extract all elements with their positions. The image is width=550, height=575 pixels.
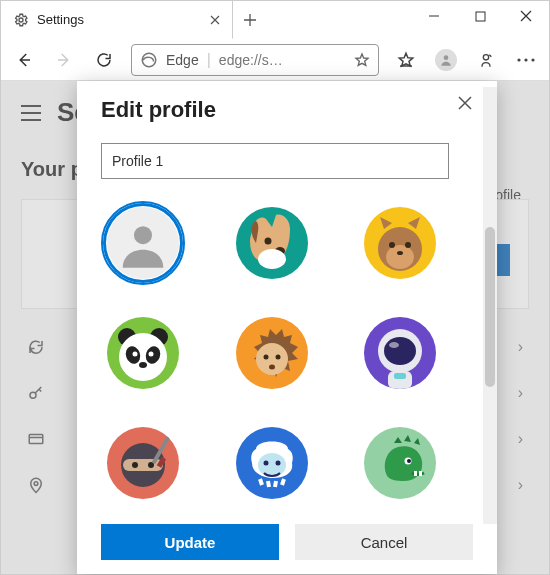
svg-point-40 xyxy=(148,462,154,468)
titlebar: Settings xyxy=(1,1,549,39)
window-controls xyxy=(411,1,549,31)
svg-rect-49 xyxy=(419,471,422,476)
address-url: edge://s… xyxy=(219,52,346,68)
svg-point-0 xyxy=(19,18,23,22)
avatar-dino[interactable] xyxy=(358,421,442,505)
close-window-button[interactable] xyxy=(503,1,549,31)
avatar-cat[interactable] xyxy=(358,201,442,285)
favorites-button[interactable] xyxy=(389,43,423,77)
update-button[interactable]: Update xyxy=(101,524,279,560)
avatar-panda[interactable] xyxy=(101,311,185,395)
svg-point-6 xyxy=(524,58,527,61)
svg-point-16 xyxy=(386,245,414,269)
address-sep: | xyxy=(207,51,211,69)
menu-button[interactable] xyxy=(509,43,543,77)
svg-point-14 xyxy=(258,249,286,269)
refresh-button[interactable] xyxy=(87,43,121,77)
svg-point-30 xyxy=(275,355,280,360)
avatar-astronaut[interactable] xyxy=(358,311,442,395)
svg-point-47 xyxy=(407,459,411,463)
gear-icon xyxy=(13,12,29,28)
address-brand: Edge xyxy=(166,52,199,68)
svg-point-7 xyxy=(531,58,534,61)
back-button[interactable] xyxy=(7,43,41,77)
dialog-scrollbar[interactable] xyxy=(483,87,497,524)
extensions-button[interactable] xyxy=(469,43,503,77)
profile-name-input[interactable] xyxy=(101,143,449,179)
dialog-footer: Update Cancel xyxy=(77,524,497,574)
svg-point-31 xyxy=(269,365,275,370)
toolbar: Edge | edge://s… xyxy=(1,39,549,81)
tab-close-icon[interactable] xyxy=(208,13,222,27)
svg-point-22 xyxy=(119,333,167,381)
svg-point-28 xyxy=(256,343,288,375)
svg-point-27 xyxy=(139,362,147,368)
svg-point-44 xyxy=(263,461,268,466)
maximize-button[interactable] xyxy=(457,1,503,31)
avatar-dog[interactable] xyxy=(230,201,314,285)
svg-point-3 xyxy=(444,55,449,60)
svg-point-43 xyxy=(258,453,286,477)
svg-rect-48 xyxy=(414,471,417,476)
tab-title: Settings xyxy=(37,12,200,27)
new-tab-button[interactable] xyxy=(233,1,267,39)
svg-point-45 xyxy=(275,461,280,466)
dialog-scroll-thumb[interactable] xyxy=(485,227,495,387)
edge-logo-icon xyxy=(140,51,158,69)
address-bar[interactable]: Edge | edge://s… xyxy=(131,44,379,76)
svg-point-18 xyxy=(405,242,411,248)
profile-button[interactable] xyxy=(429,43,463,77)
edit-profile-dialog: Edit profile xyxy=(77,81,497,574)
svg-point-11 xyxy=(134,226,152,244)
svg-point-19 xyxy=(397,251,403,255)
favorite-star-icon[interactable] xyxy=(354,52,370,68)
avatar-grid xyxy=(101,201,449,505)
svg-point-26 xyxy=(149,352,154,357)
svg-point-33 xyxy=(384,337,416,365)
avatar-default[interactable] xyxy=(101,201,185,285)
svg-point-12 xyxy=(264,238,271,245)
svg-point-17 xyxy=(389,242,395,248)
svg-point-5 xyxy=(517,58,520,61)
browser-tab[interactable]: Settings xyxy=(1,1,233,39)
svg-point-29 xyxy=(263,355,268,360)
svg-point-4 xyxy=(483,54,488,59)
browser-window: Settings Edge | edge://s… xyxy=(0,0,550,575)
minimize-button[interactable] xyxy=(411,1,457,31)
svg-point-25 xyxy=(133,352,138,357)
dialog-close-button[interactable] xyxy=(455,93,475,113)
svg-point-34 xyxy=(389,342,399,348)
dialog-title: Edit profile xyxy=(101,97,469,123)
avatar-yeti[interactable] xyxy=(230,421,314,505)
cancel-button[interactable]: Cancel xyxy=(295,524,473,560)
svg-rect-36 xyxy=(394,373,406,379)
svg-rect-1 xyxy=(476,12,485,21)
avatar-hedgehog[interactable] xyxy=(230,311,314,395)
forward-button[interactable] xyxy=(47,43,81,77)
avatar-ninja[interactable] xyxy=(101,421,185,505)
svg-point-39 xyxy=(132,462,138,468)
